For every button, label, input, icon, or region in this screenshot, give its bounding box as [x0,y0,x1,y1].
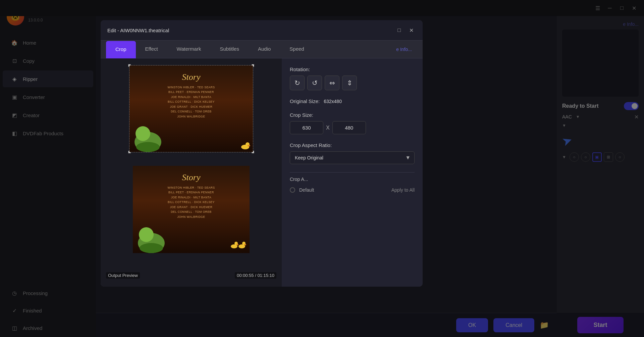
apply-all-button[interactable]: Apply to All [391,187,415,193]
default-label: Default [299,187,314,193]
svg-point-5 [248,145,250,146]
original-size-setting: Original Size: 632x480 [290,98,415,104]
svg-point-14 [244,244,246,245]
story-title-bottom: Story [133,173,250,183]
credits-top: WINSTON HIBLER · TED SEARS BILL PEET · E… [129,85,253,119]
crop-size-setting: Crop Size: X [290,112,415,134]
svg-point-7 [139,227,154,242]
preview-time: 00:00:55 / 01:15:10 [235,272,276,279]
crop-width-input[interactable] [290,121,323,134]
rotate-ccw-btn[interactable]: ↺ [307,76,322,90]
tab-speed[interactable]: Speed [280,41,313,58]
flip-v-btn[interactable]: ⇕ [342,76,357,90]
cartoon-char-bottom [133,216,170,253]
edit-dialog: Edit - AIW0NNW1.theatrical □ ✕ Crop Effe… [101,20,423,287]
tab-effect[interactable]: Effect [136,41,167,58]
cartoon-char-top [129,115,166,152]
tab-watermark[interactable]: Watermark [167,41,211,58]
original-size-label: Original Size: [290,98,320,104]
crop-aspect-select[interactable]: Keep Original 16:9 4:3 1:1 [290,151,415,164]
ducks-bottom [230,239,247,250]
original-size-value: 632x480 [324,99,342,104]
default-radio[interactable] [290,187,295,193]
crop-aspect-row: Keep Original 16:9 4:3 1:1 ▼ [290,151,415,164]
preview-area: Story WINSTON HIBLER · TED SEARS BILL PE… [101,58,282,287]
settings-panel: Rotation: ↻ ↺ ⇔ ⇕ Original Size: 632x480… [282,58,423,287]
dialog-body: Story WINSTON HIBLER · TED SEARS BILL PE… [101,58,423,287]
svg-point-2 [136,142,160,152]
tab-subtitles[interactable]: Subtitles [210,41,249,58]
preview-label: Output Preview [106,272,140,279]
rotation-buttons: ↻ ↺ ⇔ ⇕ [290,76,415,90]
rotation-setting: Rotation: ↻ ↺ ⇔ ⇕ [290,66,415,90]
dialog-header-buttons: □ ✕ [394,26,416,35]
crop-frame-outer: Story WINSTON HIBLER · TED SEARS BILL PE… [129,65,253,152]
crop-aspect-setting: Crop Aspect Ratio: Keep Original 16:9 4:… [290,142,415,164]
dialog-info-link[interactable]: e Info... [391,41,417,57]
crop-x-divider: X [326,125,330,131]
crop-aspect-label: Crop Aspect Ratio: [290,142,415,148]
svg-point-8 [140,243,163,253]
dialog-close-btn[interactable]: ✕ [407,26,416,35]
svg-point-1 [136,126,150,141]
tab-audio[interactable]: Audio [249,41,280,58]
tabs-row: Crop Effect Watermark Subtitles Audio Sp… [101,41,423,58]
crop-area-label: Crop A... [290,172,415,182]
credits-bottom: WINSTON HIBLER · TED SEARS BILL PEET · E… [133,185,250,219]
dialog-maximize-btn[interactable]: □ [394,26,404,35]
tab-crop[interactable]: Crop [106,41,136,58]
crop-size-label: Crop Size: [290,112,415,118]
crop-size-inputs: X [290,121,415,134]
story-title-top: Story [129,72,253,82]
video-frame-top: Story WINSTON HIBLER · TED SEARS BILL PE… [129,65,253,152]
default-row: Default Apply to All [290,187,415,193]
svg-point-11 [236,244,238,245]
video-frame-bottom-wrapper: Story WINSTON HIBLER · TED SEARS BILL PE… [133,166,250,253]
flip-h-btn[interactable]: ⇔ [325,76,339,90]
duck-icon-top [240,141,250,151]
video-frame-bottom: Story WINSTON HIBLER · TED SEARS BILL PE… [133,166,250,253]
video-story-top: Story WINSTON HIBLER · TED SEARS BILL PE… [129,65,253,119]
rotate-cw-btn[interactable]: ↻ [290,76,305,90]
dialog-title: Edit - AIW0NNW1.theatrical [107,28,169,33]
crop-height-input[interactable] [332,121,366,134]
rotation-label: Rotation: [290,66,415,72]
video-story-bottom: Story WINSTON HIBLER · TED SEARS BILL PE… [133,166,250,219]
dialog-header: Edit - AIW0NNW1.theatrical □ ✕ [101,20,423,41]
